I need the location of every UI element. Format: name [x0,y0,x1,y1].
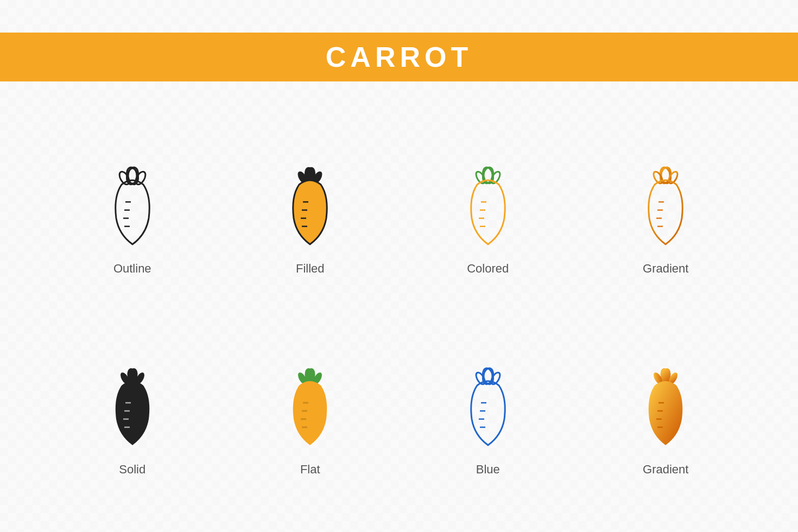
icon-label-gradient1: Gradient [643,262,688,276]
icon-label-gradient2: Gradient [643,463,688,477]
icon-cell-solid: Solid [43,320,221,521]
carrot-colored-icon [458,164,518,251]
icon-cell-gradient1: Gradient [577,119,755,320]
icon-label-filled: Filled [296,262,325,276]
background: CARROT Ou [0,0,798,532]
icon-cell-filled: Filled [221,119,400,320]
icon-cell-outline: Outline [43,119,221,320]
icon-cell-blue: Blue [399,320,577,521]
icon-label-blue: Blue [476,463,500,477]
carrot-flat-icon [280,365,340,452]
header-banner: CARROT [0,33,798,81]
carrot-gradient1-icon [636,164,695,251]
icon-cell-colored: Colored [399,119,577,320]
icons-grid: Outline Filled [0,109,798,532]
page-title: CARROT [326,41,472,73]
carrot-gradient2-icon [636,365,695,452]
icon-label-outline: Outline [113,262,151,276]
icon-cell-flat: Flat [221,320,400,521]
icon-cell-gradient2: Gradient [577,320,755,521]
carrot-filled-icon [280,164,340,251]
carrot-blue-icon [458,365,518,452]
carrot-outline-icon [103,164,162,251]
carrot-solid-icon [103,365,162,452]
icon-label-flat: Flat [300,463,320,477]
icon-label-solid: Solid [119,463,145,477]
icon-label-colored: Colored [467,262,509,276]
